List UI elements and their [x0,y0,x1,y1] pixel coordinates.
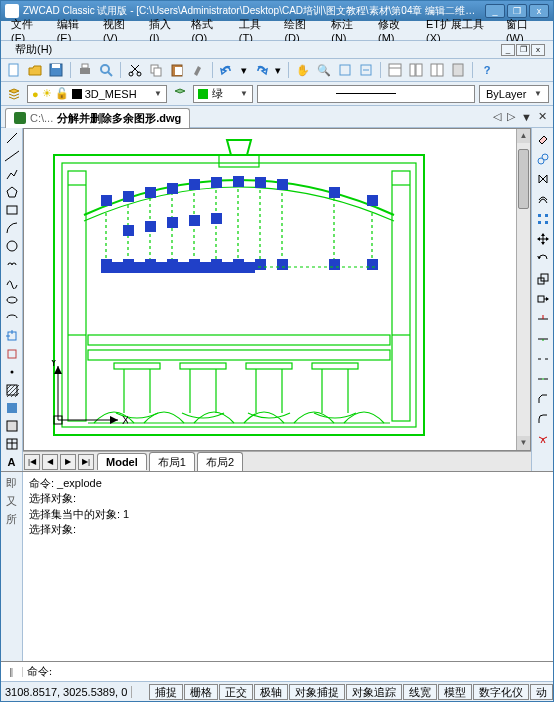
tab-prev-button[interactable]: ◁ [491,110,503,123]
zoom-prev-button[interactable] [357,61,375,79]
erase-tool[interactable] [534,130,552,148]
status-ortho[interactable]: 正交 [219,684,253,700]
tab-layout2[interactable]: 布局2 [197,452,243,472]
preview-button[interactable] [97,61,115,79]
point-tool[interactable] [3,364,21,380]
paste-button[interactable] [168,61,186,79]
layer-mgr-button[interactable] [5,85,23,103]
hatch-tool[interactable] [3,382,21,398]
status-snap[interactable]: 捕捉 [149,684,183,700]
stretch-tool[interactable] [534,290,552,308]
rect-tool[interactable] [3,202,21,218]
spline-tool[interactable] [3,274,21,290]
redo-button[interactable] [252,61,270,79]
trim-tool[interactable] [534,310,552,328]
line-tool[interactable] [3,130,21,146]
rotate-tool[interactable] [534,250,552,268]
layer-dropdown[interactable]: ● ☀ 🔓 3D_MESH ▼ [27,85,167,103]
ellipse-tool[interactable] [3,292,21,308]
status-polar[interactable]: 极轴 [254,684,288,700]
undo-dropdown[interactable]: ▾ [239,61,249,79]
undo-button[interactable] [218,61,236,79]
gradient-tool[interactable] [3,400,21,416]
array-tool[interactable] [534,210,552,228]
zoom-button[interactable]: 🔍 [315,61,333,79]
scroll-down-button[interactable]: ▼ [517,436,530,450]
status-lwt[interactable]: 线宽 [403,684,437,700]
block-tool[interactable] [3,346,21,362]
props-button[interactable] [386,61,404,79]
scroll-up-button[interactable]: ▲ [517,129,530,143]
status-osnap[interactable]: 对象捕捉 [289,684,345,700]
tab-close-button[interactable]: ✕ [536,110,549,123]
tab-next-button[interactable]: ▷ [505,110,517,123]
offset-tool[interactable] [534,190,552,208]
move-tool[interactable] [534,230,552,248]
status-grid[interactable]: 栅格 [184,684,218,700]
match-button[interactable] [189,61,207,79]
doc-close-button[interactable]: x [531,44,545,56]
copy-tool[interactable] [534,150,552,168]
status-dyn[interactable]: 动 [530,684,553,700]
tab-next-button[interactable]: ▶ [60,454,76,470]
tab-first-button[interactable]: |◀ [24,454,40,470]
save-button[interactable] [47,61,65,79]
new-button[interactable] [5,61,23,79]
arc-tool[interactable] [3,220,21,236]
dcenter-button[interactable] [407,61,425,79]
region-tool[interactable] [3,418,21,434]
menu-help[interactable]: 帮助(H) [9,40,58,59]
text-tool[interactable]: A [3,454,21,469]
coords-readout[interactable]: 3108.8517, 3025.5389, 0 [1,686,132,698]
extend-tool[interactable] [534,330,552,348]
break-tool[interactable] [534,350,552,368]
doc-tab[interactable]: C:\... 分解并删除多余图形.dwg [5,108,190,128]
cut-button[interactable] [126,61,144,79]
help-button[interactable]: ? [478,61,496,79]
mirror-tool[interactable] [534,170,552,188]
palette-button[interactable] [428,61,446,79]
pline-tool[interactable] [3,166,21,182]
ellipse-arc-tool[interactable] [3,310,21,326]
command-input[interactable] [56,664,553,679]
command-handle[interactable]: 即又所 [1,472,23,661]
zoom-window-button[interactable] [336,61,354,79]
color-dropdown[interactable]: 绿 ▼ [193,85,253,103]
explode-tool[interactable] [534,430,552,448]
tab-layout1[interactable]: 布局1 [149,452,195,472]
tab-dropdown-button[interactable]: ▼ [519,111,534,123]
xline-tool[interactable] [3,148,21,164]
layer-prev-button[interactable] [171,85,189,103]
tab-model[interactable]: Model [97,453,147,470]
tab-last-button[interactable]: ▶| [78,454,94,470]
command-handle-btn[interactable]: ‖ [1,667,23,677]
fillet-tool[interactable] [534,410,552,428]
revcloud-tool[interactable] [3,256,21,272]
join-tool[interactable] [534,370,552,388]
pan-button[interactable]: ✋ [294,61,312,79]
tab-prev-button[interactable]: ◀ [42,454,58,470]
status-otrack[interactable]: 对象追踪 [346,684,402,700]
insert-tool[interactable] [3,328,21,344]
redo-dropdown[interactable]: ▾ [273,61,283,79]
status-digitizer[interactable]: 数字化仪 [473,684,529,700]
print-button[interactable] [76,61,94,79]
polygon-tool[interactable] [3,184,21,200]
canvas[interactable]: XY ▲ ▼ [23,128,531,451]
doc-restore-button[interactable]: ❐ [516,44,530,56]
doc-minimize-button[interactable]: _ [501,44,515,56]
command-history[interactable]: 命令: _explode 选择对象: 选择集当中的对象: 1 选择对象: [23,472,553,661]
status-model[interactable]: 模型 [438,684,472,700]
copy-button[interactable] [147,61,165,79]
open-button[interactable] [26,61,44,79]
lineweight-dropdown[interactable]: ByLayer ▼ [479,85,549,103]
cmd-line: 选择集当中的对象: 1 [29,507,547,522]
calc-button[interactable] [449,61,467,79]
vertical-scrollbar[interactable]: ▲ ▼ [516,129,530,450]
table-tool[interactable] [3,436,21,452]
scale-tool[interactable] [534,270,552,288]
chamfer-tool[interactable] [534,390,552,408]
circle-tool[interactable] [3,238,21,254]
linetype-sample[interactable] [257,85,475,103]
scroll-thumb[interactable] [518,149,529,209]
